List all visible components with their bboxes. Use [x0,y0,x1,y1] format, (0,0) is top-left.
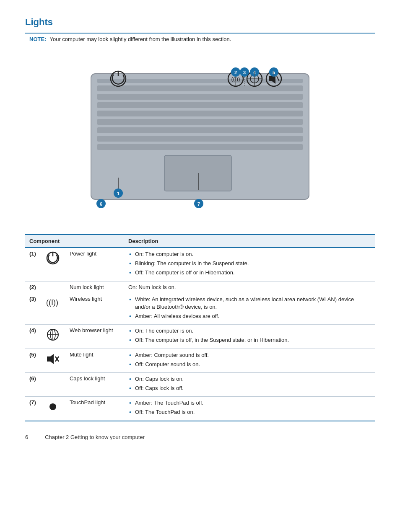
table-row: (2) Num lock light On: Num lock is on. [25,281,375,293]
comp-desc-7: Amber: The TouchPad is off. Off: The Tou… [124,397,375,421]
page-title: Lights [25,17,375,28]
table-row: (7) TouchPad light Amber: The TouchPad i… [25,397,375,421]
note-text: Your computer may look slightly differen… [49,36,231,42]
svg-text:6: 6 [100,201,102,207]
comp-num-3: (3) [25,293,40,325]
comp-icon-5 [40,349,65,372]
col-description: Description [124,235,375,248]
comp-num-7: (7) [25,397,40,421]
note-label: NOTE: [29,36,46,42]
svg-rect-8 [97,136,303,142]
comp-name-6: Caps lock light [65,372,124,396]
comp-name-1: Power light [65,248,124,281]
comp-name-7: TouchPad light [65,397,124,421]
comp-num-1: (1) [25,248,40,281]
svg-rect-4 [97,102,303,108]
comp-desc-3: White: An integrated wireless device, su… [124,293,375,325]
comp-name-5: Mute light [65,349,124,372]
comp-desc-2: On: Num lock is on. [124,281,375,293]
comp-icon-2 [40,281,65,293]
svg-text:1: 1 [117,191,119,196]
svg-rect-6 [97,119,303,125]
comp-icon-4 [40,325,65,349]
table-row: (3) ((I)) Wireless light White: An integ… [25,293,375,325]
svg-rect-3 [97,94,303,100]
chapter-label: Chapter 2 Getting to know your computer [45,434,145,440]
laptop-diagram: ((I)) 1 2 3 4 5 6 7 [74,53,326,222]
comp-num-5: (5) [25,349,40,372]
col-component: Component [25,235,124,248]
comp-num-4: (4) [25,325,40,349]
comp-icon-3: ((I)) [40,293,65,325]
comp-num-2: (2) [25,281,40,293]
comp-desc-6: On: Caps lock is on. Off: Caps lock is o… [124,372,375,396]
table-row: (6) Caps lock light On: Caps lock is on.… [25,372,375,396]
comp-name-3: Wireless light [65,293,124,325]
comp-desc-1: On: The computer is on. Blinking: The co… [124,248,375,281]
svg-text:2: 2 [234,70,237,75]
svg-text:3: 3 [243,70,246,75]
svg-text:((I)): ((I)) [46,298,58,307]
svg-point-52 [49,403,56,410]
page-footer: 6 Chapter 2 Getting to know your compute… [25,434,375,440]
comp-desc-5: Amber: Computer sound is off. Off: Compu… [124,349,375,372]
table-row: (1) Power light On: The computer is on. … [25,248,375,281]
svg-marker-49 [47,354,54,364]
components-table: Component Description (1) Power light On… [25,234,375,421]
comp-desc-4: On: The computer is on. Off: The compute… [124,325,375,349]
svg-rect-9 [97,144,303,150]
svg-text:7: 7 [197,201,200,207]
diagram-svg: ((I)) 1 2 3 4 5 6 7 [74,53,326,220]
comp-icon-6 [40,372,65,396]
page-number: 6 [25,434,28,440]
note-box: NOTE: Your computer may look slightly di… [25,33,375,45]
table-row: (4) Web browser light On: The computer i… [25,325,375,349]
table-row: (5) Mute light Amber: Computer sound is … [25,349,375,372]
comp-icon-7 [40,397,65,421]
comp-name-2: Num lock light [65,281,124,293]
comp-num-6: (6) [25,372,40,396]
svg-rect-10 [164,155,231,191]
comp-name-4: Web browser light [65,325,124,349]
svg-rect-5 [97,111,303,116]
comp-icon-1 [40,248,65,281]
svg-rect-7 [97,127,303,133]
